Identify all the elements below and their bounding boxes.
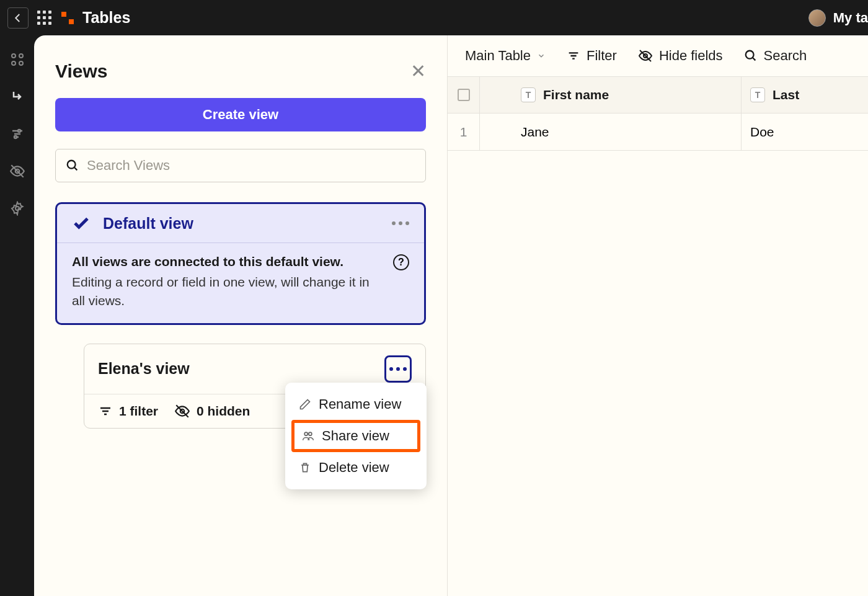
default-view-more-button[interactable]	[392, 221, 409, 225]
panel-title: Views	[55, 61, 108, 82]
column-header-last-name[interactable]: T Last	[742, 77, 868, 113]
svg-point-2	[12, 54, 16, 58]
svg-point-15	[745, 51, 753, 59]
toolbar-filter-button[interactable]: Filter	[567, 48, 617, 64]
rail-filter-icon[interactable]	[9, 126, 25, 142]
svg-point-6	[18, 130, 20, 132]
arrow-left-icon	[12, 12, 24, 24]
row-number-header	[480, 77, 512, 113]
search-icon	[66, 159, 79, 172]
row-gap	[480, 113, 512, 150]
svg-point-3	[19, 54, 23, 58]
svg-point-5	[19, 61, 23, 65]
close-panel-button[interactable]: ✕	[410, 60, 426, 82]
search-icon	[744, 49, 758, 63]
view-context-menu: Rename view Share view Delete view	[285, 383, 427, 489]
rail-apps-icon[interactable]	[9, 51, 25, 68]
svg-rect-0	[61, 12, 66, 17]
pencil-icon	[299, 398, 311, 411]
help-button[interactable]: ?	[393, 254, 409, 270]
rail-arrow-icon[interactable]	[9, 89, 25, 105]
elena-view-card[interactable]: Elena's view 1 filter 0 hidden Rename vi…	[84, 344, 426, 429]
text-type-icon: T	[750, 87, 765, 102]
svg-point-10	[68, 161, 76, 169]
back-button[interactable]	[7, 7, 29, 29]
chevron-down-icon	[537, 51, 546, 60]
filter-sliders-icon	[567, 49, 580, 63]
column-header-first-name[interactable]: T First name	[512, 77, 742, 113]
table-row[interactable]: 1 Jane Doe	[448, 113, 868, 151]
default-note-heading: All views are connected to this default …	[72, 254, 383, 269]
elena-view-name: Elena's view	[98, 360, 190, 378]
search-views-wrapper[interactable]	[55, 149, 426, 182]
logo-mark-icon	[60, 11, 75, 25]
hidden-count-chip[interactable]: 0 hidden	[174, 403, 250, 419]
filter-sliders-icon	[98, 404, 113, 419]
rail-hide-icon[interactable]	[9, 163, 25, 179]
svg-point-12	[304, 432, 308, 435]
eye-off-icon	[174, 403, 190, 419]
toolbar-hide-fields-button[interactable]: Hide fields	[638, 48, 723, 64]
text-type-icon: T	[521, 87, 536, 102]
rail-settings-icon[interactable]	[9, 200, 25, 216]
filter-count-chip[interactable]: 1 filter	[98, 404, 158, 419]
app-switcher-button[interactable]	[37, 11, 51, 25]
menu-delete-view[interactable]: Delete view	[285, 452, 427, 483]
select-all-cell[interactable]	[448, 77, 480, 113]
app-logo: Tables	[60, 9, 130, 27]
toolbar-search-button[interactable]: Search	[744, 48, 807, 64]
search-views-input[interactable]	[87, 158, 415, 174]
app-title: Tables	[82, 9, 130, 27]
svg-point-4	[12, 61, 16, 65]
elena-view-more-button[interactable]	[384, 355, 412, 383]
svg-rect-1	[69, 19, 74, 24]
avatar[interactable]	[808, 9, 826, 27]
table-selector[interactable]: Main Table	[465, 48, 546, 64]
default-note-body: Editing a record or field in one view, w…	[72, 273, 383, 311]
row-number: 1	[448, 113, 480, 150]
create-view-button[interactable]: Create view	[55, 98, 426, 131]
cell-first-name[interactable]: Jane	[512, 113, 742, 150]
svg-point-13	[309, 432, 312, 435]
select-all-checkbox[interactable]	[458, 89, 470, 101]
check-icon	[72, 214, 91, 233]
workspace-label: My ta	[833, 10, 868, 26]
default-view-card[interactable]: Default view All views are connected to …	[55, 202, 426, 325]
cell-last-name[interactable]: Doe	[742, 113, 868, 150]
eye-off-icon	[638, 48, 653, 63]
svg-point-7	[14, 136, 17, 138]
default-view-name: Default view	[103, 215, 193, 233]
people-icon	[302, 430, 314, 442]
menu-share-view[interactable]: Share view	[291, 420, 420, 452]
trash-icon	[299, 461, 311, 474]
menu-rename-view[interactable]: Rename view	[285, 389, 427, 420]
